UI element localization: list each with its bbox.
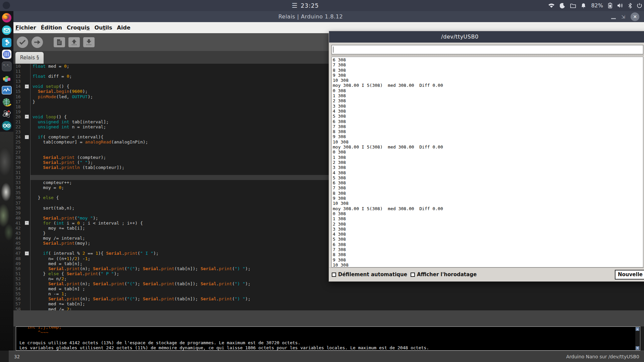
- mail-icon[interactable]: [2, 25, 12, 35]
- timestamp-checkbox[interactable]: [411, 273, 415, 277]
- serial-output-line: 0 308: [333, 88, 643, 93]
- fold-gutter: [25, 286, 30, 291]
- terminal-icon[interactable]: >_>_: [2, 61, 12, 71]
- line-number: 23: [13, 129, 25, 134]
- serial-output[interactable]: 6 3087 3088 3089 30810 308moy 308.00 I 5…: [331, 57, 643, 267]
- line-number: 51: [13, 271, 25, 276]
- serial-send-input[interactable]: [331, 45, 643, 54]
- files-icon[interactable]: [570, 3, 576, 8]
- serial-output-line: 7 308: [333, 185, 643, 190]
- panel-menu-icon[interactable]: [3, 2, 10, 9]
- app-drawer-icon[interactable]: [2, 49, 12, 59]
- serial-output-line: 7 308: [333, 62, 643, 67]
- fold-gutter[interactable]: −: [25, 134, 30, 139]
- code-text[interactable]: med /= 2;: [30, 307, 644, 311]
- new-sketch-button[interactable]: [54, 37, 65, 47]
- scroll-down-icon[interactable]: ▼: [636, 346, 639, 350]
- line-number: 42: [13, 226, 25, 231]
- serial-output-line: 3 308: [333, 227, 643, 232]
- menu-item[interactable]: Croquis: [67, 24, 90, 31]
- web-globe-icon[interactable]: [2, 97, 12, 107]
- editor-line[interactable]: 53 Serial.print(n); Serial.print("("); S…: [13, 281, 644, 286]
- scroll-up-icon[interactable]: ▲: [636, 327, 639, 331]
- line-number: 12: [13, 74, 25, 79]
- atom-icon[interactable]: [2, 109, 12, 119]
- fold-marker-icon[interactable]: −: [25, 221, 29, 225]
- arduino-icon[interactable]: [2, 121, 12, 131]
- autoscroll-checkbox[interactable]: [332, 273, 336, 277]
- restore-button[interactable]: ⇲: [621, 14, 625, 19]
- text-caret: [333, 47, 333, 53]
- line-number: 24: [13, 134, 25, 139]
- wifi-icon[interactable]: [548, 3, 555, 8]
- editor-line[interactable]: 55 n -= 1;: [13, 291, 644, 296]
- fold-gutter: [25, 307, 30, 311]
- code-text[interactable]: Serial.print(n); Serial.print("("); Seri…: [30, 296, 644, 301]
- minimize-button[interactable]: [611, 18, 616, 19]
- fold-marker-icon[interactable]: −: [25, 135, 29, 139]
- fold-gutter: [25, 261, 30, 266]
- console-scrollbar[interactable]: ▲ ▼: [635, 327, 640, 350]
- line-number: 29: [13, 160, 25, 165]
- fold-gutter: [25, 180, 30, 185]
- editor-line[interactable]: 54 med = tab[n] ;: [13, 286, 644, 291]
- fold-gutter: [25, 139, 30, 144]
- notifications-icon[interactable]: [581, 3, 586, 8]
- battery-icon[interactable]: [608, 3, 612, 8]
- system-monitor-icon[interactable]: [2, 85, 12, 95]
- code-text[interactable]: n -= 1;: [30, 291, 644, 296]
- verify-button[interactable]: [17, 37, 28, 48]
- editor-line[interactable]: 57 med += tab[n];: [13, 301, 644, 306]
- serial-monitor-title-bar[interactable]: /dev/ttyUSB0: [329, 31, 644, 43]
- code-text[interactable]: Serial.print(n); Serial.print("("); Seri…: [30, 281, 644, 286]
- fold-gutter[interactable]: −: [25, 251, 30, 256]
- serial-output-line: 2 308: [333, 160, 643, 165]
- clock-group[interactable]: ☰ 23:25: [291, 0, 319, 11]
- editor-line[interactable]: 56 Serial.print(n); Serial.print("("); S…: [13, 296, 644, 301]
- blocks-icon[interactable]: [2, 73, 12, 83]
- hamburger-icon[interactable]: ☰: [291, 0, 297, 11]
- line-number: 46: [13, 246, 25, 251]
- menu-item[interactable]: Aide: [117, 24, 130, 31]
- code-text[interactable]: med += tab[n];: [30, 301, 644, 306]
- line-number: 26: [13, 145, 25, 150]
- fold-gutter: [25, 64, 30, 69]
- menu-item[interactable]: Édition: [41, 24, 62, 31]
- fold-gutter[interactable]: −: [25, 84, 30, 89]
- serial-output-line: 6 308: [333, 242, 643, 247]
- kodi-icon[interactable]: [2, 38, 12, 48]
- console-divider[interactable]: [13, 310, 644, 326]
- code-text[interactable]: med = tab[n] ;: [30, 286, 644, 291]
- bluetooth-icon[interactable]: [628, 3, 632, 8]
- volume-icon[interactable]: [617, 3, 623, 8]
- fold-gutter: [25, 236, 30, 241]
- power-icon[interactable]: [637, 3, 642, 8]
- fold-gutter: [25, 205, 30, 210]
- upload-button[interactable]: [32, 37, 43, 48]
- tab-relais[interactable]: Relais §: [15, 52, 44, 64]
- menu-item[interactable]: Fichier: [15, 24, 36, 31]
- line-ending-select[interactable]: Nouvelle ligne: [615, 270, 644, 280]
- night-mode-icon[interactable]: [560, 3, 565, 8]
- fold-gutter: [25, 266, 30, 271]
- menu-item[interactable]: Outils: [94, 24, 112, 31]
- firefox-icon[interactable]: [2, 13, 12, 23]
- fold-gutter: [25, 296, 30, 301]
- fold-marker-icon[interactable]: −: [25, 115, 29, 119]
- serial-output-line: 0 308: [333, 211, 643, 216]
- open-sketch-button[interactable]: [68, 37, 80, 47]
- save-sketch-button[interactable]: [83, 37, 95, 47]
- line-number: 16: [13, 94, 25, 99]
- fold-gutter: [25, 281, 30, 286]
- fold-marker-icon[interactable]: −: [25, 251, 29, 255]
- console-line: int i,j,temp;: [19, 326, 640, 330]
- editor-line[interactable]: 58 med /= 2;: [13, 307, 644, 311]
- ide-window-title: Relais | Arduino 1.8.12: [278, 13, 343, 20]
- line-number: 37: [13, 200, 25, 205]
- serial-output-line: 8 308: [333, 68, 643, 73]
- fold-gutter[interactable]: −: [25, 221, 30, 226]
- close-button[interactable]: ✕: [631, 12, 639, 21]
- fold-gutter[interactable]: −: [25, 114, 30, 119]
- clock[interactable]: 23:25: [301, 2, 319, 9]
- fold-marker-icon[interactable]: −: [25, 84, 29, 88]
